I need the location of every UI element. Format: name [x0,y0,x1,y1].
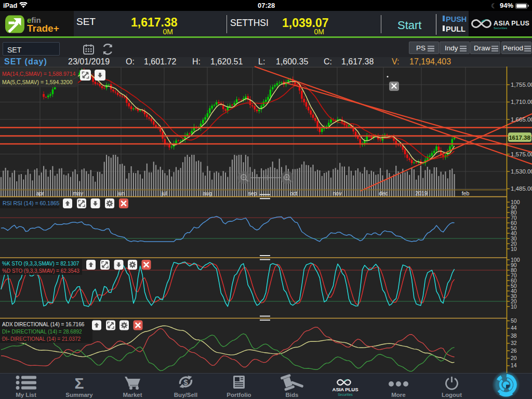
svg-text:ADX DIRECTIONAL (14) = 16.7166: ADX DIRECTIONAL (14) = 16.7166 [2,322,85,327]
svg-text:oct: oct [290,190,297,196]
svg-text:1,617.38: 1,617.38 [341,57,374,66]
svg-text:Portfolio: Portfolio [227,392,251,398]
svg-text:More: More [391,392,405,398]
svg-text:Summary: Summary [65,392,93,398]
svg-text:1,530.00: 1,530.00 [511,168,532,175]
svg-text:1,620.51: 1,620.51 [210,57,243,66]
svg-text:10: 10 [511,303,517,310]
svg-text:10: 10 [511,246,517,252]
svg-text:32: 32 [511,340,517,346]
svg-text:17,194,403: 17,194,403 [409,57,451,66]
svg-text:2019: 2019 [415,190,428,196]
svg-text:$: $ [183,378,188,387]
svg-text:My List: My List [16,392,36,398]
svg-text:RSI RSI (14) = 60.1865: RSI RSI (14) = 60.1865 [3,200,60,206]
svg-text:O:: O: [126,57,135,66]
svg-text:MA(5,C,SMAV) = 1,594.3200: MA(5,C,SMAV) = 1,594.3200 [2,79,73,85]
svg-text:apr: apr [36,190,44,196]
svg-text:ASIA PLUS: ASIA PLUS [332,387,358,392]
svg-text:1,600.35: 1,600.35 [276,57,308,66]
svg-text:44: 44 [511,325,517,331]
svg-text:aug: aug [203,190,212,196]
svg-text:1,665.00: 1,665.00 [511,116,532,123]
svg-text:V:: V: [392,57,400,66]
svg-text:Logout: Logout [442,392,462,398]
svg-text:jun: jun [117,190,125,196]
svg-text:H:: H: [192,57,201,66]
svg-text:Market: Market [123,392,142,398]
svg-text:dec: dec [379,190,388,196]
svg-text:Securities: Securities [338,393,353,396]
svg-text:%D STO (9,3,3,SMAV) = 62.3543: %D STO (9,3,3,SMAV) = 62.3543 [2,268,79,274]
svg-text:14: 14 [511,362,517,368]
svg-text:20: 20 [511,355,517,361]
svg-text:DI+ DIRECTIONAL (14) = 28.6892: DI+ DIRECTIONAL (14) = 28.6892 [2,329,82,335]
svg-text:DI- DIRECTIONAL (14) = 21.0372: DI- DIRECTIONAL (14) = 21.0372 [2,336,81,342]
svg-text:may: may [73,190,84,196]
svg-text:MA(14,C,SMAV) = 1,588.9714: MA(14,C,SMAV) = 1,588.9714 [2,71,75,77]
svg-text:Bids: Bids [286,392,299,398]
svg-text:23/01/2019: 23/01/2019 [68,57,110,66]
svg-text:C:: C: [324,57,332,66]
svg-text:Σ: Σ [74,375,84,392]
svg-text:1,485.00: 1,485.00 [511,185,532,192]
svg-text:sep: sep [248,190,257,196]
svg-text:50: 50 [511,317,517,324]
svg-text:Buy/Sell: Buy/Sell [174,392,197,398]
svg-text:L:: L: [258,57,265,66]
svg-text:1,755.00: 1,755.00 [511,82,532,88]
svg-text:%K STO (9,3,3,SMAV) = 82.1307: %K STO (9,3,3,SMAV) = 82.1307 [2,261,79,267]
svg-text:1,710.00: 1,710.00 [511,99,532,105]
svg-text:26: 26 [511,348,517,354]
svg-text:nov: nov [333,190,342,196]
svg-text:38: 38 [511,332,517,339]
svg-text:feb: feb [462,190,470,196]
svg-text:1,601.72: 1,601.72 [144,57,176,66]
svg-text:1,575.00: 1,575.00 [511,151,532,157]
svg-text:1617.38: 1617.38 [509,135,530,141]
svg-text:jul: jul [161,190,167,196]
svg-text:SET (day): SET (day) [4,57,47,66]
